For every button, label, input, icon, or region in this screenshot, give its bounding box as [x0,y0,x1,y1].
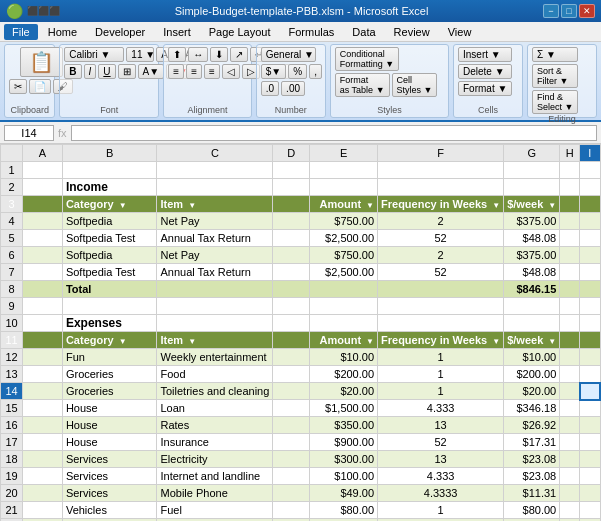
bold-button[interactable]: B [64,64,81,79]
cell-f18[interactable]: 13 [378,451,504,468]
cell-h13[interactable] [560,366,580,383]
cell-h12[interactable] [560,349,580,366]
col-header-g[interactable]: G [504,145,560,162]
cell-b14[interactable]: Groceries [62,383,157,400]
italic-button[interactable]: I [84,64,97,79]
inc-decimals-button[interactable]: .00 [281,81,305,96]
align-bottom-button[interactable]: ⬇ [210,47,228,62]
cell-g8[interactable]: $846.15 [504,281,560,298]
cell-f4[interactable]: 2 [378,213,504,230]
cell-a13[interactable] [23,366,63,383]
cell-f21[interactable]: 1 [378,502,504,519]
cell-a21[interactable] [23,502,63,519]
cell-c17[interactable]: Insurance [157,434,273,451]
cell-c16[interactable]: Rates [157,417,273,434]
cell-c15[interactable]: Loan [157,400,273,417]
cell-f20[interactable]: 4.3333 [378,485,504,502]
cell-b13[interactable]: Groceries [62,366,157,383]
cell-f16[interactable]: 13 [378,417,504,434]
cell-g3[interactable]: $/week ▼ [504,196,560,213]
cell-i18[interactable] [580,451,600,468]
cell-c12[interactable]: Weekly entertainment [157,349,273,366]
cell-d20[interactable] [273,485,310,502]
delete-button[interactable]: Delete ▼ [458,64,512,79]
conditional-formatting-button[interactable]: ConditionalFormatting ▼ [335,47,399,71]
cell-i5[interactable] [580,230,600,247]
cell-b1[interactable] [62,162,157,179]
cell-e20[interactable]: $49.00 [310,485,378,502]
cell-g19[interactable]: $23.08 [504,468,560,485]
menu-view[interactable]: View [440,24,480,40]
cell-h14[interactable] [560,383,580,400]
cell-d7[interactable] [273,264,310,281]
cell-c1[interactable] [157,162,273,179]
copy-button[interactable]: 📄 [29,79,51,94]
cell-c7[interactable]: Annual Tax Return [157,264,273,281]
cell-d6[interactable] [273,247,310,264]
currency-button[interactable]: $▼ [261,64,286,79]
cell-f17[interactable]: 52 [378,434,504,451]
cell-f10[interactable] [378,315,504,332]
cell-a14[interactable] [23,383,63,400]
cell-styles-button[interactable]: CellStyles ▼ [392,73,438,97]
cell-b15[interactable]: House [62,400,157,417]
spreadsheet-area[interactable]: A B C D E F G H I 1 [0,144,601,521]
cell-a6[interactable] [23,247,63,264]
cell-a19[interactable] [23,468,63,485]
cell-a20[interactable] [23,485,63,502]
cell-e12[interactable]: $10.00 [310,349,378,366]
menu-file[interactable]: File [4,24,38,40]
cell-h4[interactable] [560,213,580,230]
cell-g12[interactable]: $10.00 [504,349,560,366]
cell-d3[interactable] [273,196,310,213]
cell-f13[interactable]: 1 [378,366,504,383]
cell-b6[interactable]: Softpedia [62,247,157,264]
cell-i10[interactable] [580,315,600,332]
cell-g21[interactable]: $80.00 [504,502,560,519]
cell-a18[interactable] [23,451,63,468]
cell-i17[interactable] [580,434,600,451]
cell-i20[interactable] [580,485,600,502]
cell-b3[interactable]: Category ▼ [62,196,157,213]
cell-h7[interactable] [560,264,580,281]
cell-c19[interactable]: Internet and landline [157,468,273,485]
cell-f15[interactable]: 4.333 [378,400,504,417]
dec-decimals-button[interactable]: .0 [261,81,279,96]
cell-d14[interactable] [273,383,310,400]
maximize-button[interactable]: □ [561,4,577,18]
cell-i9[interactable] [580,298,600,315]
cell-f8[interactable] [378,281,504,298]
cell-h15[interactable] [560,400,580,417]
cell-b9[interactable] [62,298,157,315]
cell-d12[interactable] [273,349,310,366]
cell-f3[interactable]: Frequency in Weeks ▼ [378,196,504,213]
cell-d11[interactable] [273,332,310,349]
cell-f19[interactable]: 4.333 [378,468,504,485]
cell-g13[interactable]: $200.00 [504,366,560,383]
col-header-b[interactable]: B [62,145,157,162]
col-header-f[interactable]: F [378,145,504,162]
orientation-button[interactable]: ↗ [230,47,248,62]
align-middle-button[interactable]: ↔ [188,47,208,62]
cell-b21[interactable]: Vehicles [62,502,157,519]
cell-d13[interactable] [273,366,310,383]
cell-b7[interactable]: Softpedia Test [62,264,157,281]
cell-d5[interactable] [273,230,310,247]
cell-e17[interactable]: $900.00 [310,434,378,451]
cell-b8[interactable]: Total [62,281,157,298]
col-header-e[interactable]: E [310,145,378,162]
cell-d2[interactable] [273,179,310,196]
cell-d9[interactable] [273,298,310,315]
col-header-i[interactable]: I [580,145,600,162]
insert-button[interactable]: Insert ▼ [458,47,512,62]
cell-h8[interactable] [560,281,580,298]
cell-i14[interactable] [580,383,600,400]
cell-c21[interactable]: Fuel [157,502,273,519]
cell-c4[interactable]: Net Pay [157,213,273,230]
cell-d10[interactable] [273,315,310,332]
formula-input[interactable] [71,125,597,141]
cell-g16[interactable]: $26.92 [504,417,560,434]
cell-a7[interactable] [23,264,63,281]
number-format-select[interactable]: General ▼ [261,47,316,62]
cell-e13[interactable]: $200.00 [310,366,378,383]
